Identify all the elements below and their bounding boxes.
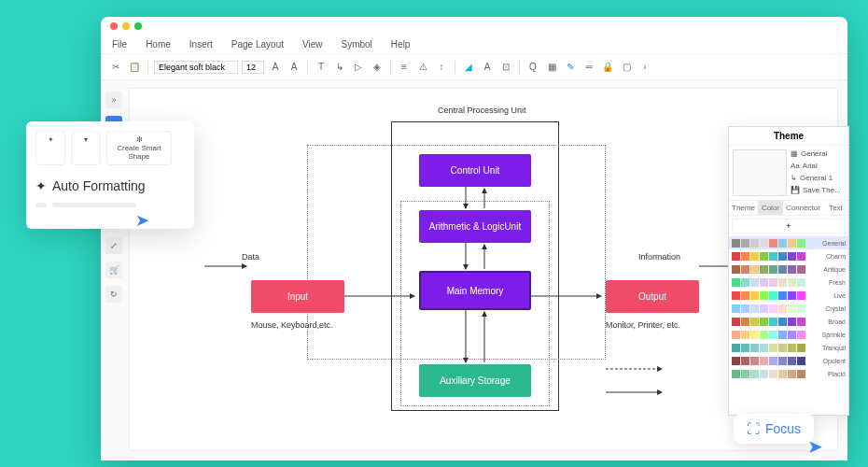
fill-icon[interactable]: ◢ bbox=[461, 60, 476, 75]
theme-panel: Theme ▦General AaArial ↳General 1 💾Save … bbox=[728, 126, 849, 416]
sparkle-button[interactable]: ✦ bbox=[35, 131, 65, 165]
tab-text[interactable]: Text bbox=[823, 201, 848, 215]
size-inc-icon[interactable]: A bbox=[287, 60, 301, 75]
text-color-icon[interactable]: A bbox=[480, 60, 495, 75]
swatch-row[interactable]: Broad bbox=[729, 315, 848, 328]
theme-preview bbox=[733, 149, 787, 196]
close-icon[interactable] bbox=[110, 22, 118, 30]
side-history-icon[interactable]: ↻ bbox=[105, 286, 122, 303]
swatch-row[interactable]: Fresh bbox=[729, 276, 848, 289]
maximize-icon[interactable] bbox=[134, 22, 142, 30]
menu-file[interactable]: File bbox=[112, 39, 127, 50]
tab-color[interactable]: Color bbox=[758, 201, 783, 215]
connector-icon[interactable]: ↳ bbox=[332, 60, 347, 75]
diagram-title: Central Processing Unit bbox=[438, 106, 526, 115]
swatch-row[interactable]: Charm bbox=[729, 249, 848, 262]
menu-layout[interactable]: Page Layout bbox=[231, 39, 284, 50]
tab-theme[interactable]: Theme bbox=[729, 201, 758, 215]
focus-button[interactable]: ⛶ Focus bbox=[734, 414, 814, 444]
menubar: File Home Insert Page Layout View Symbol… bbox=[101, 35, 847, 54]
cut-icon[interactable]: ✂ bbox=[108, 60, 123, 75]
layers-icon[interactable]: ◈ bbox=[370, 60, 385, 75]
titlebar bbox=[101, 17, 847, 35]
sort-icon[interactable]: ↕ bbox=[434, 60, 449, 75]
label-info: Information bbox=[638, 252, 680, 262]
minimize-icon[interactable] bbox=[122, 22, 130, 30]
size-dec-icon[interactable]: A bbox=[268, 60, 283, 75]
swatch-row[interactable]: Opulent bbox=[729, 354, 848, 367]
swatch-row[interactable]: Antique bbox=[729, 262, 848, 276]
aux-storage-box[interactable]: Auxiliary Storage bbox=[419, 364, 531, 397]
opt-connector[interactable]: ↳General 1 bbox=[791, 174, 841, 182]
control-unit-box[interactable]: Control Unit bbox=[419, 154, 531, 187]
search-icon[interactable]: Q bbox=[525, 60, 540, 75]
pen-icon[interactable]: ✎ bbox=[563, 60, 578, 75]
opt-font[interactable]: AaArial bbox=[791, 162, 841, 170]
side-cart-icon[interactable]: 🛒 bbox=[105, 262, 122, 278]
popup-title: ✦Auto Formatting bbox=[35, 178, 185, 193]
line-style-icon[interactable]: ═ bbox=[581, 60, 596, 75]
font-select[interactable]: Elegant soft black bbox=[154, 61, 238, 74]
side-collapse-icon[interactable]: » bbox=[105, 92, 122, 108]
align-left-icon[interactable]: ≡ bbox=[397, 60, 412, 75]
menu-home[interactable]: Home bbox=[146, 39, 171, 50]
create-smart-shape-button[interactable]: ❇Create Smart Shape bbox=[106, 131, 172, 165]
input-box[interactable]: Input bbox=[251, 280, 344, 313]
size-select[interactable]: 12 bbox=[242, 61, 264, 74]
label-mouse: Mouse, Keyboard,etc. bbox=[251, 320, 333, 330]
theme-header: Theme bbox=[729, 127, 848, 146]
crop-icon[interactable]: ⊡ bbox=[498, 60, 513, 75]
memory-box[interactable]: Main Memory bbox=[419, 271, 531, 310]
arithmetic-box[interactable]: Arithmetic & LogicUnit bbox=[419, 210, 531, 243]
dropdown-button[interactable]: ▾ bbox=[71, 131, 101, 165]
label-data: Data bbox=[242, 252, 259, 262]
side-expand-icon[interactable]: ⤢ bbox=[105, 237, 122, 254]
opt-save[interactable]: 💾Save The... bbox=[791, 186, 841, 194]
text-icon[interactable]: T bbox=[314, 60, 329, 75]
cursor-icon: ➤ bbox=[135, 210, 149, 231]
add-theme-button[interactable]: + bbox=[732, 219, 846, 234]
menu-insert[interactable]: Insert bbox=[189, 39, 213, 50]
cursor-icon-2: ➤ bbox=[807, 435, 823, 458]
pointer-icon[interactable]: ▷ bbox=[351, 60, 366, 75]
grid-icon[interactable]: ▦ bbox=[544, 60, 559, 75]
menu-symbol[interactable]: Symbol bbox=[342, 39, 372, 50]
lock-icon[interactable]: 🔒 bbox=[600, 60, 615, 75]
label-monitor: Monitor, Printer, etc. bbox=[606, 320, 680, 330]
paste-icon[interactable]: 📋 bbox=[127, 60, 142, 75]
swatch-row[interactable]: Crystal bbox=[729, 302, 848, 315]
warning-icon[interactable]: ⚠ bbox=[415, 60, 430, 75]
menu-help[interactable]: Help bbox=[391, 39, 411, 50]
swatch-list: GeneralCharmAntiqueFreshLiveCrystalBroad… bbox=[729, 236, 848, 395]
output-box[interactable]: Output bbox=[606, 280, 699, 313]
square-icon[interactable]: ▢ bbox=[619, 60, 634, 75]
swatch-row[interactable]: Tranquil bbox=[729, 341, 848, 354]
swatch-row[interactable]: Live bbox=[729, 289, 848, 302]
tab-connector[interactable]: Connector bbox=[783, 201, 823, 215]
swatch-row[interactable]: Placid bbox=[729, 367, 848, 380]
auto-format-popup: ✦ ▾ ❇Create Smart Shape ✦Auto Formatting bbox=[26, 121, 194, 229]
swatch-row[interactable]: Sprinkle bbox=[729, 328, 848, 341]
swatch-row[interactable]: General bbox=[729, 236, 848, 249]
chevron-right-icon[interactable]: › bbox=[637, 60, 652, 75]
focus-icon: ⛶ bbox=[747, 421, 760, 436]
opt-general[interactable]: ▦General bbox=[791, 149, 841, 158]
menu-view[interactable]: View bbox=[302, 39, 323, 50]
toolbar: ✂ 📋 Elegant soft black 12 A A T ↳ ▷ ◈ ≡ … bbox=[101, 54, 847, 80]
